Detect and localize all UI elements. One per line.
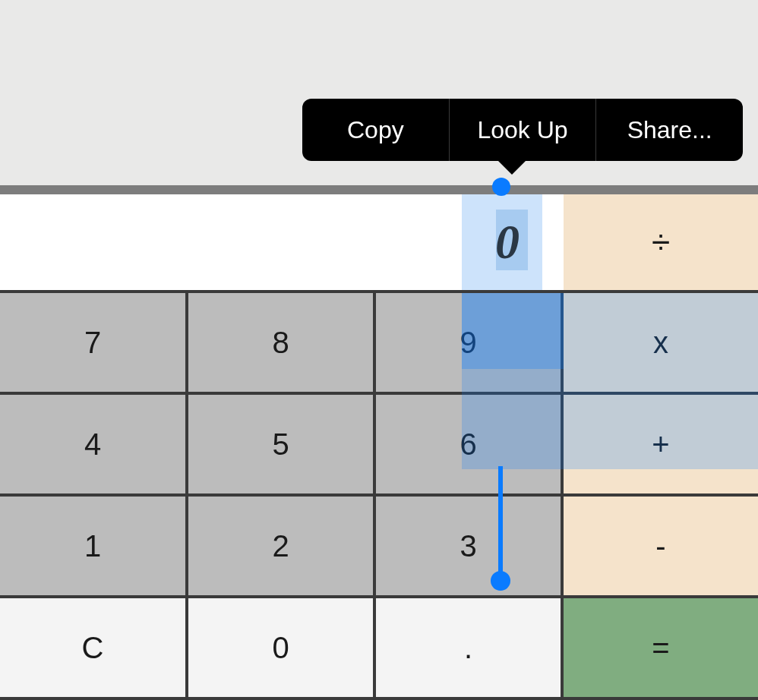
display-value: 0 [495,214,520,270]
multiply-button[interactable]: x [564,293,758,395]
context-menu-copy[interactable]: Copy [302,99,450,161]
display-row: 0 ÷ [0,194,758,293]
subtract-button[interactable]: - [564,497,758,598]
equals-button[interactable]: = [564,598,758,700]
key-1[interactable]: 1 [0,497,188,598]
key-8[interactable]: 8 [188,293,376,395]
key-6[interactable]: 6 [376,395,564,497]
divide-button[interactable]: ÷ [564,194,758,293]
context-menu-lookup[interactable]: Look Up [450,99,597,161]
context-menu-share[interactable]: Share... [596,99,743,161]
clear-button[interactable]: C [0,598,188,700]
keypad: 7 8 9 x 4 5 6 + 1 2 3 - C 0 . = [0,293,758,700]
key-7[interactable]: 7 [0,293,188,395]
context-menu: Copy Look Up Share... [302,99,743,161]
divider [0,185,758,194]
key-0[interactable]: 0 [188,598,376,700]
key-5[interactable]: 5 [188,395,376,497]
key-2[interactable]: 2 [188,497,376,598]
calculator-display[interactable]: 0 [0,194,564,293]
decimal-button[interactable]: . [376,598,564,700]
key-4[interactable]: 4 [0,395,188,497]
selection-handle-top[interactable] [492,178,510,196]
key-9[interactable]: 9 [376,293,564,395]
add-button[interactable]: + [564,395,758,497]
key-3[interactable]: 3 [376,497,564,598]
